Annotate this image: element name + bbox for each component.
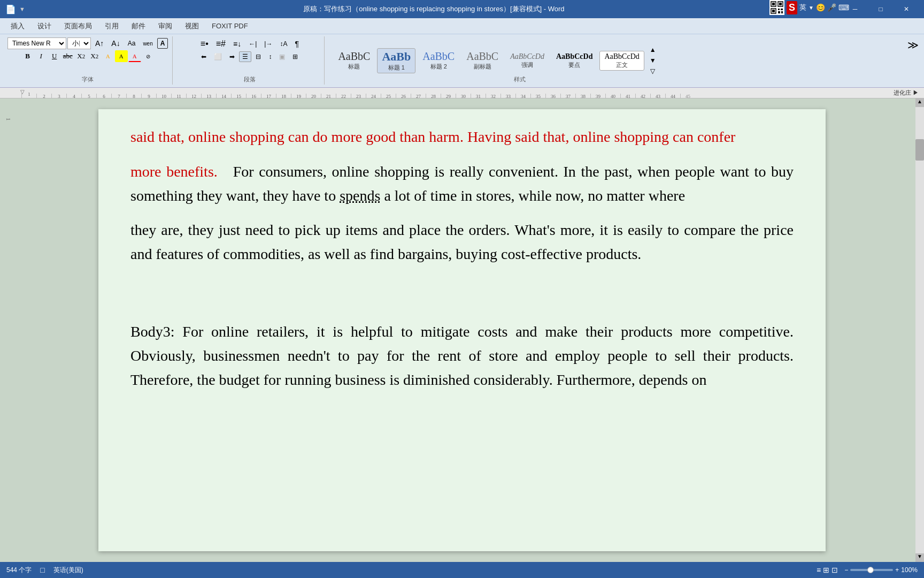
ruler-31: 31 [471, 94, 486, 98]
align-right-btn[interactable]: ➡ [226, 51, 238, 62]
menu-references[interactable]: 引用 [98, 19, 125, 33]
menu-mailings[interactable]: 邮件 [125, 19, 152, 33]
scroll-down-btn[interactable]: ▼ [915, 553, 924, 562]
subscript-button[interactable]: X2 [75, 50, 88, 62]
bullets-btn[interactable]: ≡• [197, 37, 212, 50]
web-view-btn[interactable]: ⊞ [823, 566, 829, 574]
read-view-btn[interactable]: ⊡ [831, 566, 838, 574]
style-strong[interactable]: AaBbCcDd 要点 [551, 51, 597, 71]
styles-scroll-down[interactable]: ▼ [646, 55, 659, 66]
highlight-btn[interactable]: A [115, 50, 128, 62]
font-name-dropdown[interactable]: Times New R [7, 37, 66, 49]
ruler-4: 4 [66, 94, 81, 98]
styles-more[interactable]: ▽ [646, 66, 659, 77]
style-heading2[interactable]: AaBbC 标题 2 [418, 49, 459, 72]
menu-foxit[interactable]: FOXIT PDF [205, 20, 255, 32]
decrease-indent-btn[interactable]: ←| [245, 37, 260, 50]
status-right: ≡ ⊞ ⊡ − + 100% [817, 566, 918, 574]
multilevel-btn[interactable]: ≡↓ [230, 37, 244, 50]
ruler-36: 36 [545, 94, 560, 98]
zoom-plus[interactable]: + [895, 566, 899, 574]
word-count: 544 个字 [6, 566, 32, 575]
menu-page-layout[interactable]: 页面布局 [58, 19, 98, 33]
distribute-btn[interactable]: ⊟ [252, 51, 264, 62]
scroll-arrow-right[interactable]: ≫ [907, 39, 919, 51]
style-heading[interactable]: AaBbC 标题 [333, 49, 375, 72]
ime-emoji[interactable]: 😊 [816, 3, 825, 12]
sohu-icon[interactable]: S [787, 1, 797, 14]
justify-btn[interactable]: ☰ [239, 51, 251, 62]
ribbon-font-section: Times New R 小四 A↑ A↓ Aa wen A B I U abc … [3, 36, 173, 85]
numbering-btn[interactable]: ≡# [213, 37, 229, 50]
status-bar: 544 个字 □ 英语(美国) ≡ ⊞ ⊡ − + 100% [0, 562, 924, 578]
style-label-emphasis: 强调 [521, 61, 533, 69]
text-segment-red-2: more benefits. [130, 163, 218, 180]
vertical-scrollbar[interactable]: ▲ ▼ [915, 98, 924, 562]
ruler-28: 28 [426, 94, 441, 98]
increase-font-btn[interactable]: A↑ [92, 37, 107, 49]
borders-btn[interactable]: ⊞ [289, 51, 301, 62]
paragraph-5: Body3: For online retailers, it is helpf… [130, 320, 794, 392]
decrease-font-btn[interactable]: A↓ [108, 37, 123, 49]
ruler-3: 3 [51, 94, 66, 98]
styles-scroll-up[interactable]: ▲ [646, 44, 659, 55]
char-border-btn[interactable]: A [157, 38, 168, 49]
align-center-btn[interactable]: ⬜ [211, 51, 225, 62]
pinyin-btn[interactable]: wen [140, 39, 156, 48]
menu-view[interactable]: 视图 [179, 19, 205, 33]
styles-section-label: 样式 [514, 75, 526, 83]
ruler-7: 7 [111, 94, 126, 98]
document-page[interactable]: said that, online shopping can do more g… [98, 109, 826, 551]
style-subtitle[interactable]: AaBbC 副标题 [461, 49, 503, 72]
ime-english[interactable]: 英 [799, 3, 806, 12]
shading-btn[interactable]: ▣ [276, 51, 288, 62]
scroll-up-btn[interactable]: ▲ [915, 98, 924, 107]
language: 英语(美国) [53, 566, 83, 575]
style-emphasis[interactable]: AaBbCcDd 强调 [505, 51, 549, 71]
align-left-btn[interactable]: ⬅ [198, 51, 210, 62]
font-color-bg-btn[interactable]: A [102, 50, 114, 62]
superscript-button[interactable]: X2 [88, 50, 101, 62]
italic-button[interactable]: I [35, 50, 48, 62]
ruler-41: 41 [620, 94, 635, 98]
change-case-btn[interactable]: Aa [125, 38, 139, 49]
style-heading1[interactable]: AaBb 标题 1 [377, 48, 415, 73]
ruler-marks: 1 2 3 4 5 6 7 8 9 10 11 12 13 14 15 16 1… [21, 88, 924, 98]
show-marks-btn[interactable]: ¶ [291, 37, 302, 50]
font-color-btn[interactable]: A [128, 50, 141, 62]
close-button[interactable]: ✕ [894, 0, 919, 18]
menu-design[interactable]: 设计 [31, 19, 58, 33]
ruler-18: 18 [276, 94, 291, 98]
text-segment-body3: Body3: For online retailers, it is helpf… [130, 323, 794, 388]
bold-button[interactable]: B [21, 50, 34, 62]
ruler-27: 27 [411, 94, 426, 98]
styles-gallery: AaBbC 标题 AaBb 标题 1 AaBbC 标题 2 AaBbC 副标题 … [331, 46, 646, 75]
increase-indent-btn[interactable]: |→ [261, 37, 275, 50]
ruler-19: 19 [291, 94, 306, 98]
ime-mic[interactable]: 🎤 [827, 3, 836, 12]
ruler-5: 5 [81, 94, 96, 98]
line-spacing-btn[interactable]: ↕ [265, 51, 275, 62]
zoom-minus[interactable]: − [844, 566, 848, 574]
ime-keyboard[interactable]: ⌨ [838, 3, 849, 12]
title-bar: 📄 ▼ 原稿：写作练习（online shopping is replacing… [0, 0, 924, 18]
clear-format-btn[interactable]: ⊘ [142, 50, 155, 62]
svg-rect-5 [772, 10, 775, 12]
ruler-26: 26 [396, 94, 411, 98]
font-size-dropdown[interactable]: 小四 [67, 37, 91, 49]
print-view-btn[interactable]: ≡ [817, 566, 821, 574]
ruler-right-nav[interactable]: 进化庄 ▶ [894, 89, 919, 97]
sort-btn[interactable]: ↕A [276, 37, 290, 50]
style-preview-subtitle: AaBbC [466, 50, 498, 63]
scroll-thumb[interactable] [915, 139, 924, 161]
style-normal[interactable]: AaBbCcDd 正文 [599, 51, 644, 71]
maximize-button[interactable]: □ [868, 0, 893, 18]
menu-review[interactable]: 审阅 [152, 19, 179, 33]
underline-button[interactable]: U [48, 50, 61, 62]
menu-insert[interactable]: 插入 [4, 19, 31, 33]
strikethrough-button[interactable]: abc [61, 50, 74, 62]
zoom-slider[interactable] [850, 569, 893, 571]
svg-rect-1 [772, 3, 775, 5]
paragraph-section-label: 段落 [244, 75, 256, 83]
ime-arrow[interactable]: ▼ [808, 5, 814, 11]
